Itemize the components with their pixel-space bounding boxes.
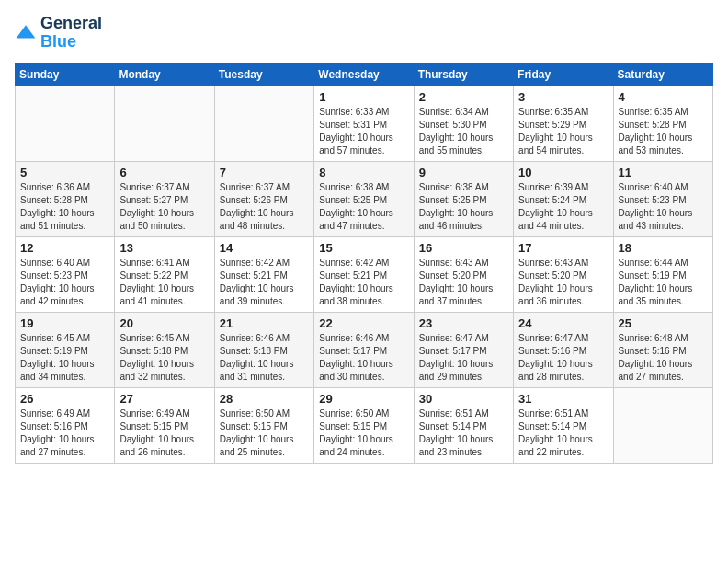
calendar-cell: 1Sunrise: 6:33 AMSunset: 5:31 PMDaylight… (314, 86, 414, 161)
calendar-cell (214, 86, 313, 161)
day-details: Sunrise: 6:42 AMSunset: 5:21 PMDaylight:… (319, 257, 408, 308)
day-details: Sunrise: 6:50 AMSunset: 5:15 PMDaylight:… (220, 408, 309, 459)
day-number: 29 (319, 392, 408, 406)
day-number: 12 (20, 241, 109, 255)
calendar-cell: 25Sunrise: 6:48 AMSunset: 5:16 PMDayligh… (613, 312, 712, 387)
calendar-cell: 26Sunrise: 6:49 AMSunset: 5:16 PMDayligh… (16, 387, 115, 463)
day-details: Sunrise: 6:34 AMSunset: 5:30 PMDaylight:… (419, 106, 508, 157)
day-number: 15 (319, 241, 408, 255)
day-details: Sunrise: 6:45 AMSunset: 5:19 PMDaylight:… (20, 332, 109, 384)
svg-marker-0 (17, 25, 36, 38)
day-number: 21 (220, 316, 309, 330)
day-details: Sunrise: 6:43 AMSunset: 5:20 PMDaylight:… (518, 257, 608, 308)
logo-text: General Blue (40, 15, 102, 52)
day-details: Sunrise: 6:49 AMSunset: 5:16 PMDaylight:… (20, 408, 109, 459)
day-number: 8 (319, 166, 408, 179)
day-number: 11 (619, 166, 708, 179)
calendar-cell: 17Sunrise: 6:43 AMSunset: 5:20 PMDayligh… (514, 236, 613, 312)
day-details: Sunrise: 6:44 AMSunset: 5:19 PMDaylight:… (619, 257, 708, 308)
day-number: 13 (119, 241, 209, 255)
day-details: Sunrise: 6:35 AMSunset: 5:28 PMDaylight:… (619, 106, 708, 157)
day-number: 19 (20, 316, 109, 330)
calendar-cell: 9Sunrise: 6:38 AMSunset: 5:25 PMDaylight… (414, 161, 513, 236)
week-row-1: 5Sunrise: 6:36 AMSunset: 5:28 PMDaylight… (16, 161, 713, 236)
logo: General Blue (15, 15, 102, 52)
calendar-table: SundayMondayTuesdayWednesdayThursdayFrid… (15, 63, 713, 464)
week-row-0: 1Sunrise: 6:33 AMSunset: 5:31 PMDaylight… (16, 86, 713, 161)
day-details: Sunrise: 6:51 AMSunset: 5:14 PMDaylight:… (518, 408, 608, 459)
day-number: 30 (419, 392, 508, 406)
page-header: General Blue (15, 15, 713, 52)
header-sunday: Sunday (16, 63, 115, 86)
calendar-cell: 16Sunrise: 6:43 AMSunset: 5:20 PMDayligh… (414, 236, 513, 312)
header-wednesday: Wednesday (314, 63, 414, 86)
calendar-cell: 29Sunrise: 6:50 AMSunset: 5:15 PMDayligh… (314, 387, 414, 463)
day-details: Sunrise: 6:33 AMSunset: 5:31 PMDaylight:… (319, 106, 408, 157)
day-number: 9 (419, 166, 508, 179)
day-number: 17 (518, 241, 608, 255)
week-row-3: 19Sunrise: 6:45 AMSunset: 5:19 PMDayligh… (16, 312, 713, 387)
day-number: 18 (619, 241, 708, 255)
day-number: 27 (119, 392, 209, 406)
day-number: 7 (220, 166, 309, 179)
day-number: 4 (619, 90, 708, 104)
day-details: Sunrise: 6:42 AMSunset: 5:21 PMDaylight:… (220, 257, 309, 308)
day-number: 1 (319, 90, 408, 104)
day-number: 14 (220, 241, 309, 255)
day-details: Sunrise: 6:38 AMSunset: 5:25 PMDaylight:… (419, 181, 508, 233)
day-number: 31 (518, 392, 608, 406)
day-details: Sunrise: 6:43 AMSunset: 5:20 PMDaylight:… (419, 257, 508, 308)
day-number: 23 (419, 316, 508, 330)
day-number: 16 (419, 241, 508, 255)
day-number: 28 (220, 392, 309, 406)
calendar-cell: 2Sunrise: 6:34 AMSunset: 5:30 PMDaylight… (414, 86, 513, 161)
day-details: Sunrise: 6:46 AMSunset: 5:18 PMDaylight:… (220, 332, 309, 384)
calendar-cell: 21Sunrise: 6:46 AMSunset: 5:18 PMDayligh… (214, 312, 313, 387)
calendar-cell: 19Sunrise: 6:45 AMSunset: 5:19 PMDayligh… (16, 312, 115, 387)
calendar-cell: 27Sunrise: 6:49 AMSunset: 5:15 PMDayligh… (115, 387, 214, 463)
day-details: Sunrise: 6:39 AMSunset: 5:24 PMDaylight:… (518, 181, 608, 233)
calendar-cell: 24Sunrise: 6:47 AMSunset: 5:16 PMDayligh… (514, 312, 613, 387)
calendar-cell: 23Sunrise: 6:47 AMSunset: 5:17 PMDayligh… (414, 312, 513, 387)
day-details: Sunrise: 6:35 AMSunset: 5:29 PMDaylight:… (518, 106, 608, 157)
calendar-cell: 14Sunrise: 6:42 AMSunset: 5:21 PMDayligh… (214, 236, 313, 312)
day-details: Sunrise: 6:47 AMSunset: 5:16 PMDaylight:… (518, 332, 608, 384)
header-friday: Friday (514, 63, 613, 86)
day-details: Sunrise: 6:46 AMSunset: 5:17 PMDaylight:… (319, 332, 408, 384)
calendar-cell: 31Sunrise: 6:51 AMSunset: 5:14 PMDayligh… (514, 387, 613, 463)
header-tuesday: Tuesday (214, 63, 313, 86)
calendar-cell: 7Sunrise: 6:37 AMSunset: 5:26 PMDaylight… (214, 161, 313, 236)
calendar-cell: 15Sunrise: 6:42 AMSunset: 5:21 PMDayligh… (314, 236, 414, 312)
day-details: Sunrise: 6:49 AMSunset: 5:15 PMDaylight:… (119, 408, 209, 459)
calendar-cell: 6Sunrise: 6:37 AMSunset: 5:27 PMDaylight… (115, 161, 214, 236)
day-number: 10 (518, 166, 608, 179)
logo-icon (15, 22, 37, 44)
day-details: Sunrise: 6:38 AMSunset: 5:25 PMDaylight:… (319, 181, 408, 233)
calendar-cell: 30Sunrise: 6:51 AMSunset: 5:14 PMDayligh… (414, 387, 513, 463)
day-number: 20 (119, 316, 209, 330)
calendar-cell: 3Sunrise: 6:35 AMSunset: 5:29 PMDaylight… (514, 86, 613, 161)
calendar-cell: 5Sunrise: 6:36 AMSunset: 5:28 PMDaylight… (16, 161, 115, 236)
header-monday: Monday (115, 63, 214, 86)
day-number: 2 (419, 90, 508, 104)
calendar-header-row: SundayMondayTuesdayWednesdayThursdayFrid… (16, 63, 713, 86)
calendar-cell (613, 387, 712, 463)
day-details: Sunrise: 6:37 AMSunset: 5:27 PMDaylight:… (119, 181, 209, 233)
header-thursday: Thursday (414, 63, 513, 86)
calendar-cell (115, 86, 214, 161)
calendar-cell: 10Sunrise: 6:39 AMSunset: 5:24 PMDayligh… (514, 161, 613, 236)
day-details: Sunrise: 6:36 AMSunset: 5:28 PMDaylight:… (20, 181, 109, 233)
day-number: 26 (20, 392, 109, 406)
week-row-2: 12Sunrise: 6:40 AMSunset: 5:23 PMDayligh… (16, 236, 713, 312)
day-details: Sunrise: 6:40 AMSunset: 5:23 PMDaylight:… (619, 181, 708, 233)
day-number: 22 (319, 316, 408, 330)
day-number: 24 (518, 316, 608, 330)
day-number: 5 (20, 166, 109, 179)
day-details: Sunrise: 6:47 AMSunset: 5:17 PMDaylight:… (419, 332, 508, 384)
calendar-cell: 20Sunrise: 6:45 AMSunset: 5:18 PMDayligh… (115, 312, 214, 387)
day-number: 25 (619, 316, 708, 330)
calendar-cell: 28Sunrise: 6:50 AMSunset: 5:15 PMDayligh… (214, 387, 313, 463)
calendar-cell: 18Sunrise: 6:44 AMSunset: 5:19 PMDayligh… (613, 236, 712, 312)
calendar-cell (16, 86, 115, 161)
day-details: Sunrise: 6:41 AMSunset: 5:22 PMDaylight:… (119, 257, 209, 308)
